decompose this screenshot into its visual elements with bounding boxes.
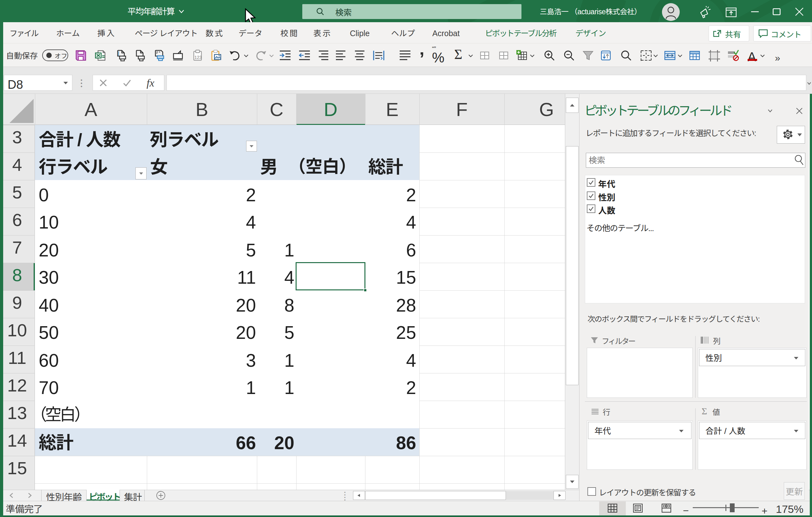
svg-text:123: 123 [195,55,202,60]
